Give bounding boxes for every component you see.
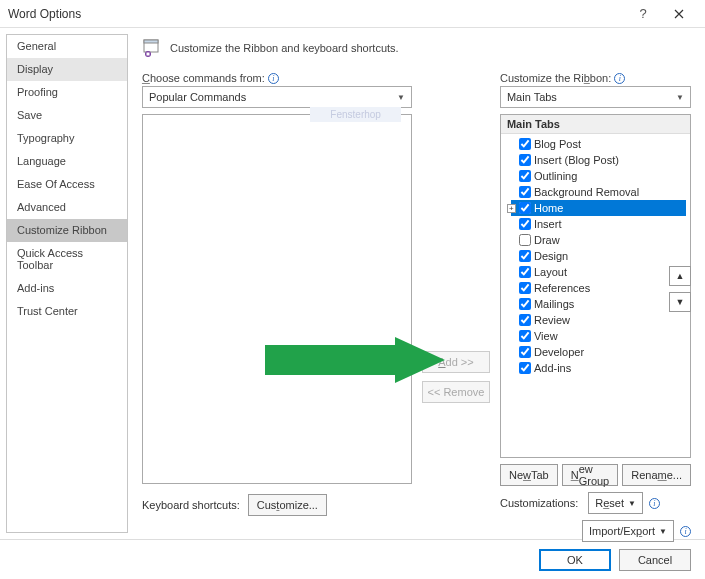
tab-checkbox[interactable] [519,202,531,214]
tab-item-insert-blog-post-[interactable]: Insert (Blog Post) [511,152,686,168]
commands-label: Choose commands from: [142,72,265,84]
tab-label: Developer [534,346,584,358]
ribbon-label: Customize the Ribbon: [500,72,611,84]
tab-checkbox[interactable] [519,170,531,182]
sidebar-item-trust-center[interactable]: Trust Center [7,300,127,323]
tab-item-blog-post[interactable]: Blog Post [511,136,686,152]
tab-item-layout[interactable]: Layout [511,264,686,280]
tab-checkbox[interactable] [519,218,531,230]
watermark-text: Fensterhop [310,107,401,122]
ribbon-combo-value: Main Tabs [507,91,557,103]
tab-label: Add-ins [534,362,571,374]
tab-item-design[interactable]: Design [511,248,686,264]
tab-item-home[interactable]: +Home [511,200,686,216]
sidebar-item-proofing[interactable]: Proofing [7,81,127,104]
reset-dropdown[interactable]: Reset ▼ [588,492,643,514]
sidebar-item-language[interactable]: Language [7,150,127,173]
customizations-label: Customizations: [500,497,578,509]
sidebar-item-ease-of-access[interactable]: Ease Of Access [7,173,127,196]
tab-item-references[interactable]: References [511,280,686,296]
info-icon[interactable]: i [268,73,279,84]
sidebar: GeneralDisplayProofingSaveTypographyLang… [6,34,128,533]
commands-listbox[interactable]: Fensterhop [142,114,412,484]
ribbon-combo[interactable]: Main Tabs ▼ [500,86,691,108]
tab-label: Design [534,250,568,262]
reset-label: Reset [595,497,624,509]
sidebar-item-typography[interactable]: Typography [7,127,127,150]
move-down-button[interactable]: ▼ [669,292,691,312]
tab-checkbox[interactable] [519,154,531,166]
cancel-button[interactable]: Cancel [619,549,691,571]
tab-label: Draw [534,234,560,246]
expand-icon[interactable]: + [507,204,516,213]
tab-label: Layout [534,266,567,278]
info-icon[interactable]: i [680,526,691,537]
tab-label: Blog Post [534,138,581,150]
tab-label: Home [534,202,563,214]
chevron-down-icon: ▼ [397,93,405,102]
tab-checkbox[interactable] [519,266,531,278]
help-button[interactable]: ? [625,1,661,27]
tab-checkbox[interactable] [519,362,531,374]
import-export-dropdown[interactable]: Import/Export ▼ [582,520,674,542]
tabs-tree[interactable]: Main Tabs Blog PostInsert (Blog Post)Out… [500,114,691,458]
new-group-button[interactable]: New Group [562,464,619,486]
sidebar-item-display[interactable]: Display [7,58,127,81]
tab-checkbox[interactable] [519,250,531,262]
customize-keyboard-button[interactable]: Customize... [248,494,327,516]
tab-item-mailings[interactable]: Mailings [511,296,686,312]
tabs-header: Main Tabs [501,115,690,134]
tab-label: Outlining [534,170,577,182]
chevron-down-icon: ▼ [659,527,667,536]
rename-button[interactable]: Rename... [622,464,691,486]
tab-checkbox[interactable] [519,314,531,326]
tab-item-draw[interactable]: Draw [511,232,686,248]
sidebar-item-add-ins[interactable]: Add-ins [7,277,127,300]
tab-checkbox[interactable] [519,138,531,150]
svg-rect-1 [144,40,158,43]
tab-label: References [534,282,590,294]
tab-item-insert[interactable]: Insert [511,216,686,232]
tab-item-review[interactable]: Review [511,312,686,328]
commands-combo-value: Popular Commands [149,91,246,103]
close-button[interactable] [661,1,697,27]
tab-checkbox[interactable] [519,282,531,294]
info-icon[interactable]: i [649,498,660,509]
move-up-button[interactable]: ▲ [669,266,691,286]
add-button[interactable]: Add >> [422,351,490,373]
tab-checkbox[interactable] [519,330,531,342]
commands-combo[interactable]: Popular Commands ▼ [142,86,412,108]
tab-item-add-ins[interactable]: Add-ins [511,360,686,376]
tab-item-background-removal[interactable]: Background Removal [511,184,686,200]
keyboard-shortcuts-label: Keyboard shortcuts: [142,499,240,511]
page-heading: Customize the Ribbon and keyboard shortc… [170,42,399,54]
sidebar-item-save[interactable]: Save [7,104,127,127]
tab-item-view[interactable]: View [511,328,686,344]
tab-label: View [534,330,558,342]
remove-button[interactable]: << Remove [422,381,490,403]
tab-item-developer[interactable]: Developer [511,344,686,360]
tab-label: Background Removal [534,186,639,198]
tab-checkbox[interactable] [519,298,531,310]
tab-checkbox[interactable] [519,234,531,246]
sidebar-item-advanced[interactable]: Advanced [7,196,127,219]
tab-item-outlining[interactable]: Outlining [511,168,686,184]
close-icon [674,9,684,19]
import-export-label: Import/Export [589,525,655,537]
tab-label: Insert (Blog Post) [534,154,619,166]
svg-rect-3 [146,53,149,56]
chevron-down-icon: ▼ [676,93,684,102]
sidebar-item-quick-access-toolbar[interactable]: Quick Access Toolbar [7,242,127,277]
tab-checkbox[interactable] [519,186,531,198]
info-icon[interactable]: i [614,73,625,84]
tab-checkbox[interactable] [519,346,531,358]
customize-ribbon-icon [142,38,162,58]
new-tab-button[interactable]: New Tab [500,464,558,486]
sidebar-item-customize-ribbon[interactable]: Customize Ribbon [7,219,127,242]
chevron-down-icon: ▼ [628,499,636,508]
sidebar-item-general[interactable]: General [7,35,127,58]
tab-label: Insert [534,218,562,230]
ok-button[interactable]: OK [539,549,611,571]
tab-label: Mailings [534,298,574,310]
window-title: Word Options [8,7,625,21]
